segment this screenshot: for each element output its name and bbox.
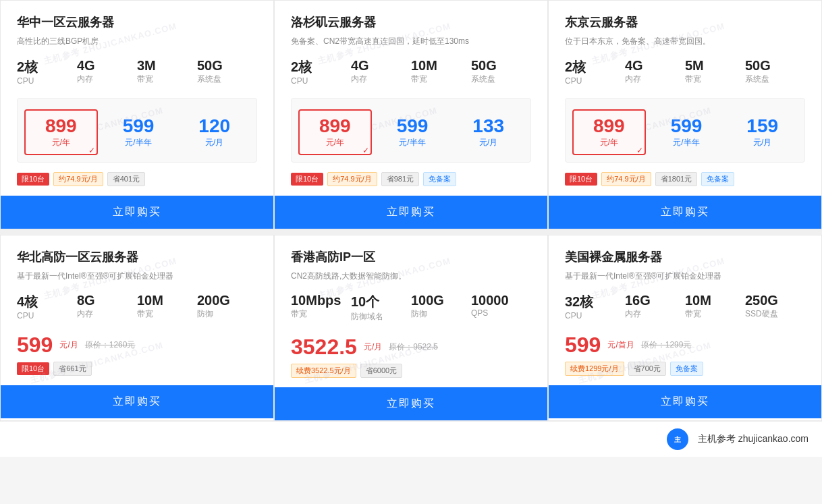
price-box-0[interactable]: 899元/年 xyxy=(572,109,646,155)
card-title: 香港高防IP一区 xyxy=(291,249,531,265)
price-unit: 元/半年 xyxy=(106,137,171,148)
card-title: 美国裸金属服务器 xyxy=(565,249,805,265)
price-amount: 899 xyxy=(28,116,94,137)
spec-value: 8G xyxy=(77,293,137,308)
spec-label: 内存 xyxy=(625,74,685,85)
price-amount: 899 xyxy=(302,116,368,137)
tag-orange: 约74.9元/月 xyxy=(53,172,103,186)
spec-item: 250GSSD硬盘 xyxy=(745,293,805,320)
tag-gray: 省981元 xyxy=(381,172,419,186)
spec-value: 32核 xyxy=(565,293,625,311)
tag-blue: 免备案 xyxy=(701,172,734,186)
buy-button[interactable]: 立即购买 xyxy=(549,196,821,229)
card-title: 华中一区云服务器 xyxy=(17,14,257,30)
spec-label: 防御 xyxy=(197,308,257,320)
specs-row: 2核CPU4G内存5M带宽50G系统盘 xyxy=(565,58,805,86)
spec-label: 带宽 xyxy=(137,308,197,320)
prices-section: 899元/年599元/半年159元/月 xyxy=(565,98,805,163)
spec-item: 200G防御 xyxy=(197,293,257,320)
card-4: 主机参考 ZHUJICANKAO.COM主机参考 ZHUJICANKAO.COM… xyxy=(0,235,274,421)
tags-row: 限10台约74.9元/月省401元 xyxy=(17,172,257,186)
spec-label: 防御域名 xyxy=(351,311,411,323)
spec-value: 50G xyxy=(197,58,257,74)
price-unit: 元/月 xyxy=(364,341,382,353)
tag-red: 限10台 xyxy=(17,362,49,375)
spec-value: 4G xyxy=(77,58,137,74)
spec-label: CPU xyxy=(17,311,77,320)
buy-button[interactable]: 立即购买 xyxy=(275,196,547,229)
spec-label: 带宽 xyxy=(411,74,471,85)
tag-gray: 省700元 xyxy=(628,362,666,376)
buy-button[interactable]: 立即购买 xyxy=(275,387,547,420)
price-box-0[interactable]: 899元/年 xyxy=(298,109,372,155)
price-box-0[interactable]: 899元/年 xyxy=(24,109,98,155)
spec-label: 带宽 xyxy=(291,308,351,320)
buy-button[interactable]: 立即购买 xyxy=(1,385,273,418)
tag-orange: 约74.9元/月 xyxy=(601,172,651,186)
spec-label: 带宽 xyxy=(685,74,745,85)
tags-row: 续费3522.5元/月省6000元 xyxy=(291,364,531,378)
spec-label: 系统盘 xyxy=(197,74,257,85)
spec-item: 10000QPS xyxy=(471,293,531,323)
spec-item: 10Mbps带宽 xyxy=(291,293,351,323)
spec-value: 2核 xyxy=(565,58,625,76)
spec-label: 内存 xyxy=(77,74,137,85)
logo-text: 主机参考 zhujicankao.com xyxy=(698,433,809,445)
card-title: 华北高防一区云服务器 xyxy=(17,249,257,265)
tag-gray: 省401元 xyxy=(107,172,145,186)
price-amount: 599 xyxy=(654,116,719,137)
specs-row: 10Mbps带宽10个防御域名100G防御10000QPS xyxy=(291,293,531,323)
price-box-1[interactable]: 599元/半年 xyxy=(377,111,448,154)
spec-value: 2核 xyxy=(17,58,77,76)
tag-gray: 省6000元 xyxy=(360,364,402,378)
card-3: 主机参考 ZHUJICANKAO.COM主机参考 ZHUJICANKAO.COM… xyxy=(548,0,822,229)
spec-item: 2核CPU xyxy=(565,58,625,86)
buy-button[interactable]: 立即购买 xyxy=(1,196,273,229)
spec-label: 带宽 xyxy=(137,74,197,85)
specs-row: 4核CPU8G内存10M带宽200G防御 xyxy=(17,293,257,320)
tag-red: 限10台 xyxy=(291,173,323,186)
spec-label: 带宽 xyxy=(685,308,745,320)
price-box-2[interactable]: 159元/月 xyxy=(727,111,798,154)
price-amount: 159 xyxy=(730,116,795,137)
buy-button[interactable]: 立即购买 xyxy=(549,385,821,418)
price-box-1[interactable]: 599元/半年 xyxy=(651,111,722,154)
spec-label: CPU xyxy=(565,311,625,320)
spec-label: SSD硬盘 xyxy=(745,308,805,320)
price-unit: 元/月 xyxy=(59,339,78,351)
price-box-1[interactable]: 599元/半年 xyxy=(103,111,174,154)
spec-value: 2核 xyxy=(291,58,351,76)
spec-value: 16G xyxy=(625,293,685,308)
card-1: 主机参考 ZHUJICANKAO.COM主机参考 ZHUJICANKAO.COM… xyxy=(0,0,274,229)
spec-label: 系统盘 xyxy=(745,74,805,85)
price-amount: 599 xyxy=(380,116,445,137)
price-original: 原价：9522.5 xyxy=(389,341,438,353)
card-desc: 位于日本东京，免备案、高速带宽回国。 xyxy=(565,36,805,47)
price-row: 599元/首月原价：1299元 xyxy=(565,333,805,358)
tag-red: 限10台 xyxy=(17,173,49,186)
spec-value: 4核 xyxy=(17,293,77,311)
specs-row: 2核CPU4G内存3M带宽50G系统盘 xyxy=(17,58,257,86)
price-row: 599元/月原价：1260元 xyxy=(17,333,257,358)
card-title: 洛杉矶云服务器 xyxy=(291,14,531,30)
spec-value: 250G xyxy=(745,293,805,308)
tag-orange: 续费1299元/月 xyxy=(565,362,624,376)
spec-item: 10个防御域名 xyxy=(351,293,411,323)
tag-gray: 省661元 xyxy=(53,362,91,376)
spec-item: 5M带宽 xyxy=(685,58,745,86)
price-main: 599 xyxy=(565,333,601,358)
price-unit: 元/年 xyxy=(576,137,642,148)
spec-label: CPU xyxy=(565,76,625,86)
tag-orange: 约74.9元/月 xyxy=(327,172,377,186)
tags-row: 续费1299元/月省700元免备案 xyxy=(565,362,805,376)
price-unit: 元/年 xyxy=(28,137,94,148)
spec-item: 8G内存 xyxy=(77,293,137,320)
price-box-2[interactable]: 120元/月 xyxy=(179,111,250,154)
spec-item: 16G内存 xyxy=(625,293,685,320)
price-amount: 133 xyxy=(456,116,521,137)
price-amount: 599 xyxy=(106,116,171,137)
spec-item: 2核CPU xyxy=(291,58,351,86)
section-divider xyxy=(0,229,822,235)
price-box-2[interactable]: 133元/月 xyxy=(453,111,524,154)
specs-row: 32核CPU16G内存10M带宽250GSSD硬盘 xyxy=(565,293,805,320)
